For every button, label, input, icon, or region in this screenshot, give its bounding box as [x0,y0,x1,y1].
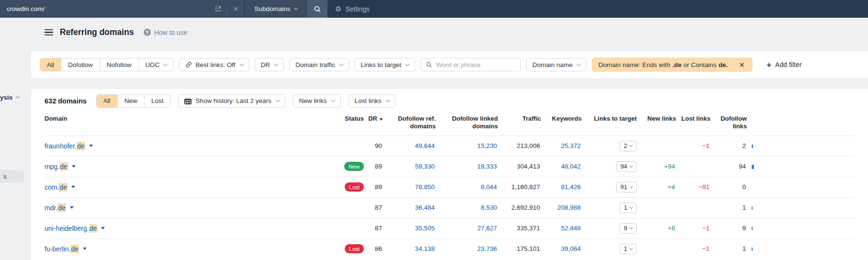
lost-links-value[interactable]: −91 [676,183,710,191]
lost-links-value[interactable]: −1 [676,142,710,149]
keywords-value[interactable]: 48,042 [541,163,582,170]
domain-caret-icon[interactable] [71,186,75,188]
dofollow-linked-value[interactable]: 8,044 [436,183,498,191]
lost-links-dropdown[interactable]: Lost links [349,94,395,108]
col-new-links[interactable]: New links [637,115,676,127]
col-traffic[interactable]: Traffic [498,115,541,127]
domain-link[interactable]: mpg.de [45,163,68,170]
dofollow-linked-value[interactable]: 8,530 [436,204,498,211]
keywords-value[interactable]: 81,426 [541,183,582,191]
new-links-value[interactable]: +4 [637,183,676,191]
target-url-field[interactable]: crowdin.com/ [0,0,244,18]
col-dr[interactable]: DR [364,115,383,127]
keywords-value[interactable]: 52,448 [541,225,582,232]
tab-all[interactable]: All [40,58,61,71]
new-links-value[interactable]: +8 [637,225,676,232]
domain-name-filter-button[interactable]: Domain name [526,58,586,71]
domain-link[interactable]: fu-berlin.de [45,245,79,253]
links-to-target-select[interactable]: 91 [616,182,637,192]
top-navigation-bar: crowdin.com/ Subdomains ⚙ Settings [0,0,868,18]
domain-caret-icon[interactable] [101,227,105,229]
menu-icon[interactable] [45,29,53,36]
status-tabs: All New Lost [96,94,171,108]
links-mini-bar [752,227,753,230]
domains-count: 632 domains [45,97,87,105]
best-links-button[interactable]: Best links: Off [179,58,249,71]
col-dofollow-ref[interactable]: Dofollow ref. domains [383,115,436,136]
links-to-target-select[interactable]: 1 [620,244,637,254]
domain-caret-icon[interactable] [89,145,93,147]
new-links-dropdown[interactable]: New links [293,94,341,108]
add-filter-label: Add filter [775,61,801,68]
links-to-target-select[interactable]: 2 [620,141,637,151]
tab-new-domains[interactable]: New [117,95,144,107]
tab-ugc[interactable]: UGC [138,58,173,71]
dr-value: 89 [364,163,383,170]
sidebar-item-label: ysis [0,94,12,101]
keywords-value[interactable]: 39,064 [541,245,582,252]
links-to-target-select[interactable]: 1 [620,203,637,213]
dofollow-ref-value[interactable]: 78,850 [383,183,436,191]
dofollow-linked-value[interactable]: 15,230 [436,142,498,149]
how-to-use-link[interactable]: ? How to use [144,29,188,36]
domain-link[interactable]: mdr.de [45,204,66,212]
dr-value: 87 [364,204,383,211]
clear-icon[interactable] [232,5,239,13]
domain-caret-icon[interactable] [72,165,76,168]
col-keywords[interactable]: Keywords [541,115,582,127]
active-filter-chip[interactable]: Domain name: Ends with .de or Contains d… [592,57,753,72]
page-title: Referring domains [60,27,134,37]
keywords-value[interactable]: 25,372 [541,142,582,149]
settings-button[interactable]: ⚙ Settings [335,0,370,18]
domain-link[interactable]: uni-heidelberg.de [45,225,97,232]
sidebar-item-analysis[interactable]: ysis [0,94,19,101]
sidebar-item-active[interactable]: s [0,170,24,183]
col-lost-links[interactable]: Lost links [676,115,710,127]
tab-nofollow[interactable]: Nofollow [100,58,138,71]
dofollow-linked-value[interactable]: 23,736 [436,245,498,252]
tab-all-domains[interactable]: All [97,95,117,107]
dofollow-ref-value[interactable]: 36,484 [383,204,436,211]
add-filter-button[interactable]: + Add filter [767,61,801,69]
new-links-value[interactable]: +94 [637,163,676,170]
show-history-dropdown[interactable]: Show history: Last 2 years [178,94,285,108]
dofollow-ref-value[interactable]: 35,505 [383,225,436,232]
tab-lost-domains[interactable]: Lost [144,95,170,107]
links-to-target-select[interactable]: 94 [616,161,637,172]
search-button[interactable] [307,0,327,18]
remove-filter-icon[interactable] [736,59,747,70]
tab-dofollow[interactable]: Dofollow [61,58,100,71]
word-or-phrase-search[interactable] [420,58,521,71]
target-url-value[interactable]: crowdin.com/ [7,5,209,12]
domain-link[interactable]: fraunhofer.de [45,142,85,150]
col-links-to-target[interactable]: Links to target [582,115,637,127]
keywords-value[interactable]: 208,988 [541,204,582,211]
dofollow-linked-value[interactable]: 27,627 [436,225,498,232]
col-status[interactable]: Status [316,115,364,127]
dofollow-linked-value[interactable]: 18,333 [436,163,498,170]
col-dofollow-linked[interactable]: Dofollow linked domains [436,115,498,136]
links-to-target-select[interactable]: 9 [620,223,637,234]
links-to-target-filter-button[interactable]: Links to target [354,58,415,71]
col-domain[interactable]: Domain [45,115,316,127]
dofollow-ref-value[interactable]: 49,844 [383,142,436,149]
chevron-down-icon [630,247,633,250]
lost-links-value[interactable]: −1 [676,225,710,232]
highlighted-match: de [57,203,66,212]
dofollow-links-value: 1 [710,204,747,211]
domain-traffic-filter-button[interactable]: Domain traffic [289,58,349,71]
open-external-icon[interactable] [214,5,222,13]
dr-value: 89 [364,183,383,191]
dofollow-ref-value[interactable]: 34,138 [383,245,436,252]
calendar-icon [184,98,192,104]
scope-dropdown[interactable]: Subdomains [245,0,306,18]
search-input[interactable] [436,61,516,68]
chevron-up-icon [16,96,20,100]
dofollow-ref-value[interactable]: 59,330 [383,163,436,170]
domain-caret-icon[interactable] [70,206,74,209]
lost-links-value[interactable]: −1 [676,245,710,252]
dr-filter-button[interactable]: DR [255,58,284,71]
col-dofollow-links[interactable]: Dofollow links [710,115,747,136]
domain-caret-icon[interactable] [83,248,87,250]
domain-link[interactable]: com.de [45,183,68,191]
